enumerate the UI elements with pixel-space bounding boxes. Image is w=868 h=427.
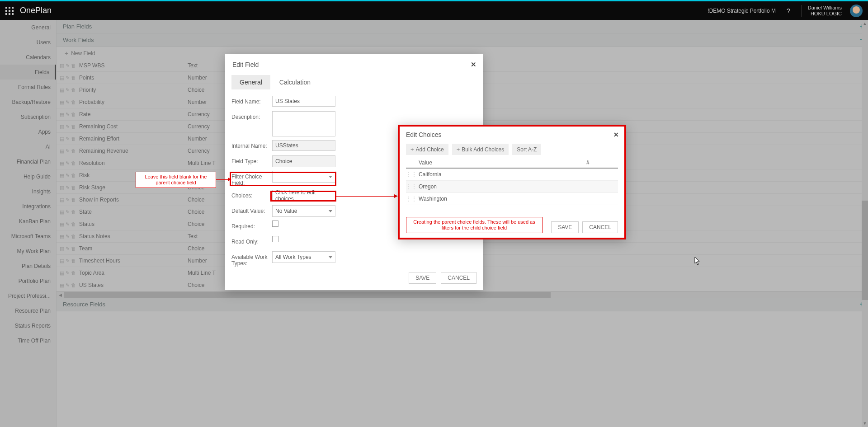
sort-button[interactable]: Sort A-Z [512, 144, 541, 155]
row-icons[interactable]: ▤ ✎ 🗑 [57, 63, 79, 69]
bulk-add-button[interactable]: +Bulk Add Choices [452, 144, 509, 155]
sidebar-item-help-guide[interactable]: Help Guide [0, 169, 56, 184]
sidebar-item-time-off-plan[interactable]: Time Off Plan [0, 333, 56, 348]
default-value-select[interactable]: No Value [272, 205, 335, 217]
sidebar-item-financial-plan[interactable]: Financial Plan [0, 154, 56, 169]
row-icons[interactable]: ▤ ✎ 🗑 [57, 282, 79, 288]
field-name-cell: Timesheet Hours [79, 258, 188, 264]
row-icons[interactable]: ▤ ✎ 🗑 [57, 209, 79, 215]
sidebar-item-users[interactable]: Users [0, 35, 56, 50]
row-icons[interactable]: ▤ ✎ 🗑 [57, 270, 79, 276]
cancel-button[interactable]: CANCEL [441, 272, 476, 284]
field-type-select: Choice [272, 155, 335, 167]
description-textarea[interactable] [272, 111, 335, 136]
cursor-icon [694, 257, 701, 267]
sidebar-item-insights[interactable]: Insights [0, 184, 56, 199]
row-icons[interactable]: ▤ ✎ 🗑 [57, 87, 79, 93]
svg-rect-5 [12, 10, 14, 12]
choice-row[interactable]: ⋮⋮Oregon [406, 181, 618, 193]
row-icons[interactable]: ▤ ✎ 🗑 [57, 148, 79, 154]
sidebar-item-integrations[interactable]: Integrations [0, 199, 56, 214]
row-icons[interactable]: ▤ ✎ 🗑 [57, 258, 79, 264]
filter-choice-select[interactable] [272, 171, 335, 183]
chevron-down-icon [329, 210, 332, 212]
work-fields-header[interactable]: Work Fields − [57, 33, 868, 47]
horizontal-scrollbar[interactable]: ◀ ▶ [57, 291, 868, 298]
apps-grid-icon[interactable] [5, 7, 14, 15]
row-icons[interactable]: ▤ ✎ 🗑 [57, 75, 79, 81]
vertical-scrollbar[interactable]: ▲ ▼ [862, 20, 868, 427]
row-icons[interactable]: ▤ ✎ 🗑 [57, 173, 79, 178]
filter-choice-label: Filter Choice Field: [231, 171, 272, 186]
close-icon[interactable]: ✕ [613, 131, 619, 138]
sidebar-item-project-professi-[interactable]: Project Professi... [0, 288, 56, 303]
field-name-cell: State [79, 209, 188, 215]
row-icons[interactable]: ▤ ✎ 🗑 [57, 136, 79, 142]
annotation-right: Creating the parent choice fields. These… [406, 217, 542, 233]
svg-rect-6 [5, 13, 7, 15]
sidebar-item-subscription[interactable]: Subscription [0, 109, 56, 124]
sidebar-item-kanban-plan[interactable]: KanBan Plan [0, 214, 56, 229]
drag-handle-icon[interactable]: ⋮⋮ [406, 196, 416, 202]
row-icons[interactable]: ▤ ✎ 🗑 [57, 234, 79, 239]
available-wt-select[interactable]: All Work Types [272, 251, 335, 263]
field-name-cell: Resolution [79, 160, 188, 166]
field-name-cell: MSP WBS [79, 62, 188, 69]
sidebar-item-ai[interactable]: AI [0, 139, 56, 154]
tab-calculation[interactable]: Calculation [271, 75, 319, 89]
drag-handle-icon[interactable]: ⋮⋮ [406, 183, 416, 190]
sidebar-item-fields[interactable]: Fields [0, 65, 56, 80]
plan-fields-header[interactable]: Plan Fields + [57, 20, 868, 33]
sidebar-item-resource-plan[interactable]: Resource Plan [0, 303, 56, 318]
avatar[interactable] [850, 5, 863, 17]
field-name-cell: Remaining Revenue [79, 148, 188, 154]
sidebar-item-calendars[interactable]: Calendars [0, 50, 56, 65]
tab-general[interactable]: General [231, 75, 270, 89]
row-icons[interactable]: ▤ ✎ 🗑 [57, 124, 79, 130]
field-name-input[interactable] [272, 96, 335, 107]
resource-fields-header[interactable]: Resource Fields + [57, 298, 868, 311]
drag-handle-icon[interactable]: ⋮⋮ [406, 171, 416, 178]
sidebar-item-my-work-plan[interactable]: My Work Plan [0, 244, 56, 258]
field-name-cell: Remaining Cost [79, 123, 188, 130]
choices-label: Choices: [231, 190, 272, 199]
user-block[interactable]: Daniel Williams HOKU LOGIC [801, 5, 842, 17]
choice-value: Oregon [416, 183, 618, 190]
field-name-cell: Status Notes [79, 233, 188, 239]
sidebar-item-microsoft-teams[interactable]: Microsoft Teams [0, 229, 56, 244]
choices-link[interactable]: Click here to edit choices [272, 190, 335, 202]
read-only-checkbox[interactable] [272, 236, 278, 242]
sidebar-item-portfolio-plan[interactable]: Portfolio Plan [0, 273, 56, 288]
choice-row[interactable]: ⋮⋮California [406, 169, 618, 181]
add-choice-button[interactable]: +Add Choice [406, 144, 448, 155]
sidebar-item-status-reports[interactable]: Status Reports [0, 318, 56, 333]
row-icons[interactable]: ▤ ✎ 🗑 [57, 160, 79, 166]
choice-row[interactable]: ⋮⋮Washington [406, 193, 618, 205]
row-icons[interactable]: ▤ ✎ 🗑 [57, 197, 79, 203]
sidebar-item-plan-details[interactable]: Plan Details [0, 258, 56, 273]
help-icon[interactable]: ? [784, 7, 793, 14]
row-icons[interactable]: ▤ ✎ 🗑 [57, 246, 79, 252]
required-label: Required: [231, 221, 272, 230]
row-icons[interactable]: ▤ ✎ 🗑 [57, 185, 79, 191]
svg-rect-8 [12, 13, 14, 15]
choices-modal-title: Edit Choices [406, 131, 618, 138]
choices-save-button[interactable]: SAVE [551, 221, 579, 233]
sidebar-item-general[interactable]: General [0, 20, 56, 35]
sidebar-item-format-rules[interactable]: Format Rules [0, 80, 56, 94]
required-checkbox[interactable] [272, 221, 278, 227]
choices-cancel-button[interactable]: CANCEL [582, 221, 618, 233]
field-name-cell: Remaining Effort [79, 136, 188, 142]
internal-name-label: Internal Name: [231, 140, 272, 149]
row-icons[interactable]: ▤ ✎ 🗑 [57, 99, 79, 105]
save-button[interactable]: SAVE [409, 272, 436, 284]
close-icon[interactable]: ✕ [471, 61, 476, 69]
sidebar-item-backup-restore[interactable]: Backup/Restore [0, 94, 56, 109]
field-name-cell: Points [79, 75, 188, 81]
row-icons[interactable]: ▤ ✎ 🗑 [57, 221, 79, 227]
choice-value: Washington [416, 196, 618, 202]
sidebar-item-apps[interactable]: Apps [0, 124, 56, 139]
row-icons[interactable]: ▤ ✎ 🗑 [57, 112, 79, 117]
portfolio-selector[interactable]: !DEMO Strategic Portfolio M [708, 8, 776, 14]
brand-label: OnePlan [20, 6, 52, 15]
